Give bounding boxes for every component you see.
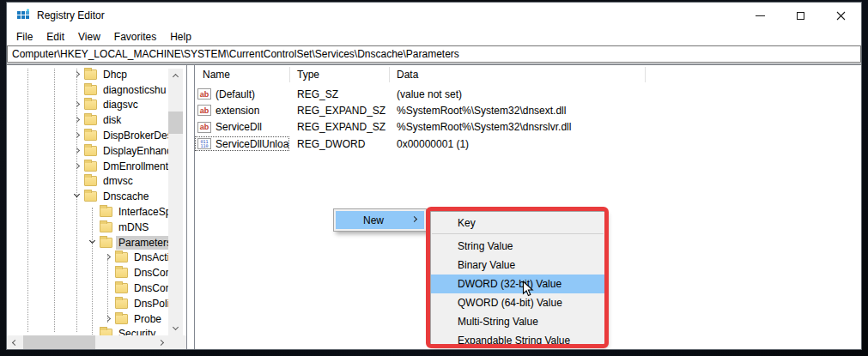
tree-item[interactable]: dmvsc xyxy=(7,174,169,190)
chevron-right-icon[interactable] xyxy=(103,252,113,262)
chevron-down-icon[interactable] xyxy=(72,191,82,202)
scroll-left-button[interactable] xyxy=(7,335,21,349)
tree-pane: Dhcp diagnosticshu diagsvc disk DispBrok… xyxy=(7,65,187,349)
chevron-right-icon[interactable] xyxy=(72,69,82,80)
chevron-right-icon[interactable] xyxy=(72,146,82,156)
tree-item[interactable]: Dnscache xyxy=(7,189,169,204)
folder-icon xyxy=(100,222,112,232)
tree-item-label: Dhcp xyxy=(100,68,130,81)
submenu-item-binary-value[interactable]: Binary Value xyxy=(431,256,604,275)
folder-icon xyxy=(84,176,97,186)
submenu-item-string-value[interactable]: String Value xyxy=(431,237,604,256)
values-list: ab (Default) REG_SZ (value not set) ab e… xyxy=(195,86,861,152)
scroll-right-button[interactable] xyxy=(155,335,169,349)
tree-item[interactable]: DisplayEnhanc xyxy=(7,143,169,159)
desktop: Registry Editor FileEditViewFavoritesHel… xyxy=(0,0,868,356)
tree-item-label: diagnosticshu xyxy=(100,83,168,97)
submenu-item-multi-string-value[interactable]: Multi-String Value xyxy=(431,312,604,331)
tree-item[interactable]: DnsCon xyxy=(7,281,169,296)
tree-item[interactable]: DispBrokerDes xyxy=(7,128,169,143)
list-header: Name Type Data xyxy=(195,65,861,84)
close-button[interactable] xyxy=(821,3,861,28)
chevron-right-icon[interactable] xyxy=(72,161,82,172)
submenu-item-expandable-string-value[interactable]: Expandable String Value xyxy=(431,331,604,350)
tree-item-label: DnsPolic xyxy=(131,297,169,311)
minimize-button[interactable] xyxy=(740,3,780,28)
column-header-type[interactable]: Type xyxy=(289,65,389,84)
submenu-item-key[interactable]: Key xyxy=(431,214,604,232)
tree-horizontal-scrollbar[interactable] xyxy=(7,335,169,349)
menu-file[interactable]: File xyxy=(9,29,39,45)
tree-item-label: disk xyxy=(100,113,124,127)
title-bar: Registry Editor xyxy=(7,3,861,28)
tree-item[interactable]: disk xyxy=(7,112,169,128)
tree-item[interactable]: DnsCon xyxy=(7,265,169,281)
registry-value-row[interactable]: 011110 ServiceDllUnloa... REG_DWORD 0x00… xyxy=(195,136,861,152)
context-menu-item-new[interactable]: New xyxy=(336,211,424,229)
column-divider[interactable] xyxy=(289,67,290,82)
tree-item-label: DisplayEnhanc xyxy=(100,144,169,158)
menu-edit[interactable]: Edit xyxy=(39,29,71,45)
address-bar-input[interactable]: Computer\HKEY_LOCAL_MACHINE\SYSTEM\Curre… xyxy=(7,45,861,63)
folder-icon xyxy=(84,100,97,110)
tree-item[interactable]: DnsActiv xyxy=(7,250,169,266)
value-data: %SystemRoot%\System32\dnsrslvr.dll xyxy=(389,121,861,133)
registry-value-row[interactable]: ab (Default) REG_SZ (value not set) xyxy=(195,86,861,102)
folder-icon xyxy=(100,238,112,248)
tree-item-label: mDNS xyxy=(116,220,151,234)
minimize-icon xyxy=(756,15,765,16)
tree-item[interactable]: Probe xyxy=(7,311,169,327)
folder-icon xyxy=(115,299,128,309)
tree-item[interactable]: Parameters xyxy=(7,235,169,250)
scroll-down-button[interactable] xyxy=(168,322,182,335)
folder-icon xyxy=(115,283,128,293)
menu-help[interactable]: Help xyxy=(163,29,198,45)
horizontal-scroll-thumb[interactable] xyxy=(23,335,95,349)
value-type: REG_EXPAND_SZ xyxy=(289,121,389,133)
chevron-down-icon[interactable] xyxy=(88,238,98,248)
folder-icon xyxy=(84,85,97,95)
submenu-item-dword-32-bit-value[interactable]: DWORD (32-bit) Value xyxy=(431,275,604,293)
chevron-right-icon[interactable] xyxy=(72,100,82,110)
tree-item[interactable]: DmEnrollment xyxy=(7,159,169,174)
column-header-data[interactable]: Data xyxy=(389,65,861,84)
scroll-up-button[interactable] xyxy=(168,69,182,82)
folder-icon xyxy=(84,130,97,141)
menu-view[interactable]: View xyxy=(71,29,107,45)
menu-favorites[interactable]: Favorites xyxy=(107,29,163,45)
chevron-right-icon[interactable] xyxy=(72,130,82,141)
string-value-icon: ab xyxy=(197,105,211,116)
value-type: REG_SZ xyxy=(289,88,389,100)
tree-item[interactable]: mDNS xyxy=(7,220,169,235)
tree-item[interactable]: diagnosticshu xyxy=(7,82,169,98)
maximize-button[interactable] xyxy=(780,3,821,28)
new-submenu: KeyString ValueBinary ValueDWORD (32-bit… xyxy=(430,211,605,345)
column-header-name[interactable]: Name xyxy=(195,65,289,84)
tree-item[interactable]: Dhcp xyxy=(7,67,169,82)
chevron-right-icon[interactable] xyxy=(103,314,113,324)
chevron-right-icon[interactable] xyxy=(72,115,82,125)
tree-item-label: DnsCon xyxy=(131,266,169,280)
tree-item[interactable]: InterfaceSp xyxy=(7,204,169,220)
column-divider[interactable] xyxy=(389,67,390,82)
vertical-scroll-thumb[interactable] xyxy=(168,112,183,134)
tree-item[interactable]: DnsPolic xyxy=(7,296,169,311)
folder-icon xyxy=(84,115,97,125)
folder-icon xyxy=(84,69,97,80)
string-value-icon: ab xyxy=(197,122,211,133)
chevron-right-icon xyxy=(158,339,164,345)
tree-item-label: InterfaceSp xyxy=(116,205,169,219)
submenu-item-qword-64-bit-value[interactable]: QWORD (64-bit) Value xyxy=(431,293,604,312)
menu-bar: FileEditViewFavoritesHelp xyxy=(7,28,861,45)
registry-value-row[interactable]: ab extension REG_EXPAND_SZ %SystemRoot%\… xyxy=(195,102,861,118)
folder-icon xyxy=(84,161,97,172)
column-divider[interactable] xyxy=(645,67,646,82)
tree-item-label: DmEnrollment xyxy=(100,160,169,173)
tree-item-label: DispBrokerDes xyxy=(100,129,169,142)
window-title: Registry Editor xyxy=(37,9,105,21)
tree-vertical-scrollbar[interactable] xyxy=(168,69,183,335)
tree-item[interactable]: diagsvc xyxy=(7,98,169,113)
value-name: ServiceDllUnloa... xyxy=(215,138,289,150)
registry-value-row[interactable]: ab ServiceDll REG_EXPAND_SZ %SystemRoot%… xyxy=(195,119,861,136)
tree-item-label: Dnscache xyxy=(100,190,151,203)
